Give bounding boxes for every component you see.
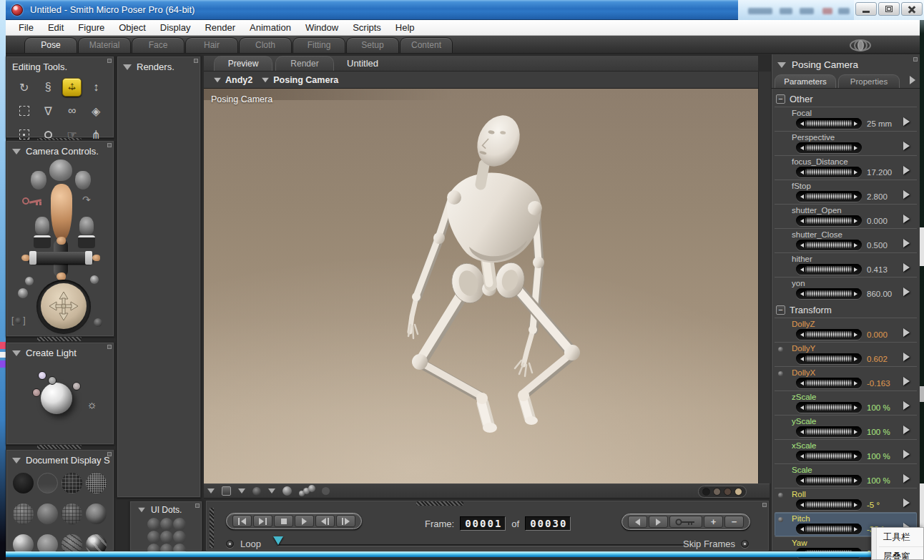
tab-render[interactable]: Render [275, 56, 334, 71]
panel-drag-handle[interactable] [210, 508, 214, 548]
tool-chain-break-icon[interactable]: ∞ [62, 102, 82, 120]
collapse-triangle-icon[interactable] [12, 458, 21, 463]
dial-left-arrow-icon[interactable] [798, 219, 804, 223]
panel-menu-icon[interactable] [762, 503, 767, 507]
camera-dot-icon[interactable] [94, 318, 102, 327]
dial-ribbed-track[interactable] [805, 120, 852, 127]
next-keyframe[interactable] [649, 516, 668, 528]
tab-cloth[interactable]: Cloth [239, 37, 292, 53]
menu-figure[interactable]: Figure [71, 20, 112, 36]
parameter-menu-arrow[interactable] [903, 450, 910, 458]
dial-left-arrow-icon[interactable] [798, 478, 804, 483]
display-style-hidden-line[interactable] [86, 473, 107, 493]
tool-rotate-icon[interactable]: ↻ [14, 78, 34, 97]
menu-display[interactable]: Display [153, 20, 198, 36]
menu-help[interactable]: Help [388, 20, 422, 36]
camera-selector[interactable]: Posing Camera [273, 75, 338, 85]
dial-ribbed-track[interactable] [805, 217, 852, 224]
dial-ribbed-track[interactable] [805, 290, 852, 297]
display-style-flat-shaded[interactable] [37, 503, 58, 524]
parameter-dial[interactable] [796, 353, 862, 364]
sphere-cluster-icon[interactable] [299, 486, 315, 496]
parameter-dial[interactable] [796, 215, 862, 226]
dial-right-arrow-icon[interactable] [854, 219, 860, 223]
parameter-menu-arrow[interactable] [903, 166, 910, 175]
rooms-indicator-icon[interactable] [844, 39, 877, 51]
tab-hair[interactable]: Hair [185, 37, 238, 53]
dial-ribbed-track[interactable] [805, 169, 852, 175]
close-button[interactable] [901, 2, 923, 16]
tool-translate-in-out-icon[interactable]: ↕ [87, 78, 106, 97]
parameter-menu-arrow[interactable] [903, 215, 910, 223]
parameter-dial[interactable] [796, 426, 862, 437]
parameter-menu-arrow[interactable] [903, 377, 910, 385]
collapse-triangle-icon[interactable] [12, 350, 21, 356]
collapse-minus-icon[interactable]: − [776, 94, 785, 104]
parameter-menu-arrow[interactable] [903, 353, 910, 361]
tool-color-icon[interactable]: ◈ [87, 102, 106, 120]
parameter-menu-arrow[interactable] [903, 288, 910, 296]
display-style-flat-lined[interactable] [62, 503, 82, 524]
menu-window[interactable]: Window [298, 20, 345, 36]
light-preview-sphere[interactable] [41, 383, 72, 414]
ui-dot[interactable] [160, 531, 173, 544]
menu-file[interactable]: File [11, 20, 41, 36]
document-style-menu-arrow[interactable] [207, 488, 215, 493]
dial-right-arrow-icon[interactable] [854, 170, 860, 175]
background-color-swatch[interactable] [734, 488, 742, 496]
dial-left-arrow-icon[interactable] [798, 170, 804, 175]
dial-right-arrow-icon[interactable] [854, 122, 860, 126]
dial-right-arrow-icon[interactable] [854, 292, 860, 296]
figure-andy2[interactable] [204, 89, 758, 483]
display-style-outline[interactable] [37, 473, 58, 493]
dial-right-arrow-icon[interactable] [854, 195, 860, 199]
panel-menu-icon[interactable] [107, 452, 112, 456]
go-to-first-frame[interactable] [232, 515, 252, 527]
dial-left-arrow-icon[interactable] [798, 357, 804, 361]
timeline-track[interactable] [277, 544, 684, 546]
dial-left-arrow-icon[interactable] [798, 381, 804, 385]
dial-ribbed-track[interactable] [805, 501, 852, 508]
dial-ribbed-track[interactable] [805, 477, 852, 483]
panel-menu-icon[interactable] [107, 59, 112, 63]
dial-ribbed-track[interactable] [805, 428, 852, 435]
right-hand-camera-icon[interactable] [75, 171, 91, 190]
dial-left-arrow-icon[interactable] [798, 146, 804, 150]
dial-left-arrow-icon[interactable] [798, 503, 804, 507]
tab-overflow-arrow[interactable] [910, 76, 915, 84]
dial-left-arrow-icon[interactable] [798, 243, 804, 247]
dark-sphere-icon[interactable] [252, 487, 261, 496]
light-dot-icon[interactable] [32, 388, 41, 397]
next-frame[interactable] [336, 515, 355, 527]
camera-plane-cross-icon[interactable] [22, 240, 99, 277]
menu-edit[interactable]: Edit [41, 20, 71, 36]
select-camera-bracket-icon[interactable]: [] [11, 315, 26, 325]
parameter-dial[interactable] [796, 475, 862, 486]
figure-selector[interactable]: Andy2 [225, 75, 252, 85]
parameter-menu-arrow[interactable] [903, 401, 910, 410]
tab-parameters[interactable]: Parameters [775, 74, 836, 88]
parameter-menu-arrow[interactable] [903, 474, 910, 483]
ui-dot[interactable] [147, 518, 160, 531]
element-style-menu-arrow[interactable] [238, 488, 245, 493]
panel-resize-handle[interactable] [416, 501, 463, 506]
background-color-swatch[interactable] [702, 488, 710, 496]
parameter-dial[interactable] [796, 524, 862, 534]
dial-ribbed-track[interactable] [805, 526, 852, 532]
parameter-dial[interactable] [796, 499, 862, 510]
dial-ribbed-track[interactable] [805, 144, 852, 151]
timeline-marker[interactable] [273, 536, 283, 545]
ui-dot[interactable] [173, 531, 186, 544]
tab-material[interactable]: Material [78, 37, 131, 53]
collapse-triangle-icon[interactable] [138, 508, 145, 512]
go-to-last-frame[interactable] [253, 515, 272, 527]
light-dot-icon[interactable] [38, 371, 46, 380]
posing-camera-figure-icon[interactable] [51, 184, 72, 240]
title-bar[interactable]: Untitled - Smith Micro Poser Pro (64-bit… [6, 0, 920, 20]
head-camera-icon[interactable] [49, 159, 72, 181]
dial-ribbed-track[interactable] [805, 453, 852, 459]
panel-menu-icon[interactable] [195, 503, 200, 508]
background-color-swatch[interactable] [724, 488, 732, 496]
dial-right-arrow-icon[interactable] [854, 243, 860, 247]
dial-left-arrow-icon[interactable] [798, 195, 804, 199]
